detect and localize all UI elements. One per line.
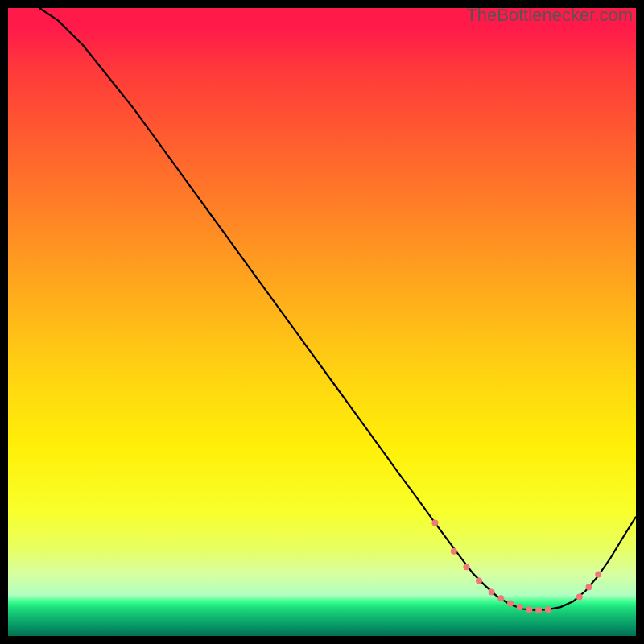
chart-overlay (8, 8, 636, 636)
optimal-point (576, 594, 583, 601)
optimal-point (476, 577, 482, 584)
optimal-point (595, 572, 601, 578)
chart-container: TheBottlenecker.com (0, 0, 644, 644)
optimal-point (526, 606, 532, 613)
optimal-point (517, 604, 523, 610)
optimal-point (431, 520, 438, 526)
curve-group (39, 8, 636, 610)
plot-area (8, 8, 636, 636)
optimal-point (535, 607, 542, 613)
optimal-point (545, 606, 551, 613)
optimal-point (507, 600, 514, 606)
bottleneck-curve (39, 8, 636, 610)
watermark-text: TheBottlenecker.com (466, 5, 633, 26)
optimal-point (586, 584, 592, 590)
optimal-point (463, 564, 469, 570)
optimal-point (489, 588, 495, 595)
optimal-point (451, 548, 457, 555)
optimal-point (497, 595, 504, 601)
